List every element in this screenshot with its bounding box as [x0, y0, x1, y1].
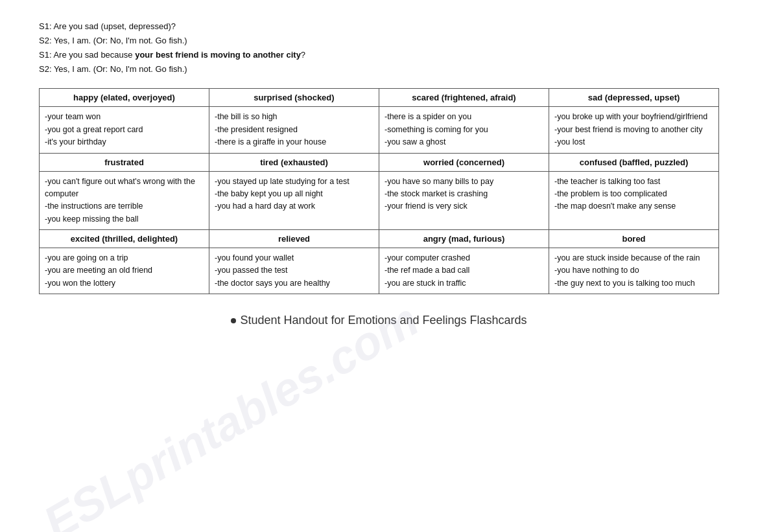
- footer-title-text: Student Handout for Emotions and Feeling…: [240, 314, 527, 327]
- footer-dot: [231, 318, 236, 323]
- cell-worried: -you have so many bills to pay -the stoc…: [379, 171, 549, 230]
- intro-line3-bold: your best friend is moving to another ci…: [135, 50, 301, 60]
- cell-happy: -your team won -you got a great report c…: [40, 107, 209, 153]
- header-tired: tired (exhausted): [209, 153, 379, 171]
- header-sad: sad (depressed, upset): [549, 89, 719, 107]
- data-row-3: -you are going on a trip -you are meetin…: [40, 248, 719, 294]
- header-row-3: excited (thrilled, delighted) relieved a…: [40, 230, 719, 248]
- cell-excited: -you are going on a trip -you are meetin…: [40, 248, 209, 294]
- cell-angry: -your computer crashed -the ref made a b…: [379, 248, 549, 294]
- header-scared: scared (frightened, afraid): [379, 89, 549, 107]
- intro-line3: S1: Are you sad because your best friend…: [39, 48, 719, 62]
- cell-relieved: -you found your wallet -you passed the t…: [209, 248, 379, 294]
- intro-line1: S1: Are you sad (upset, depressed)?: [39, 19, 719, 34]
- intro-line4: S2: Yes, I am. (Or: No, I'm not. Go fish…: [39, 62, 719, 76]
- cell-bored: -you are stuck inside because of the rai…: [549, 248, 719, 294]
- cell-surprised: -the bill is so high -the president resi…: [209, 107, 379, 153]
- header-excited: excited (thrilled, delighted): [40, 230, 209, 248]
- watermark: ESLprintables.com: [34, 292, 427, 532]
- data-row-2: -you can't figure out what's wrong with …: [40, 171, 719, 230]
- header-row-1: happy (elated, overjoyed) surprised (sho…: [40, 89, 719, 107]
- data-row-1: -your team won -you got a great report c…: [40, 107, 719, 153]
- cell-sad: -you broke up with your boyfriend/girlfr…: [549, 107, 719, 153]
- header-frustrated: frustrated: [40, 153, 209, 171]
- header-surprised: surprised (shocked): [209, 89, 379, 107]
- intro-section: S1: Are you sad (upset, depressed)? S2: …: [39, 19, 719, 76]
- header-relieved: relieved: [209, 230, 379, 248]
- cell-scared: -there is a spider on you -something is …: [379, 107, 549, 153]
- emotions-table: happy (elated, overjoyed) surprised (sho…: [39, 88, 719, 294]
- footer-title: Student Handout for Emotions and Feeling…: [39, 314, 719, 327]
- header-happy: happy (elated, overjoyed): [40, 89, 209, 107]
- header-row-2: frustrated tired (exhausted) worried (co…: [40, 153, 719, 171]
- intro-line3-suffix: ?: [301, 50, 305, 60]
- header-angry: angry (mad, furious): [379, 230, 549, 248]
- cell-confused: -the teacher is talking too fast -the pr…: [549, 171, 719, 230]
- header-confused: confused (baffled, puzzled): [549, 153, 719, 171]
- cell-frustrated: -you can't figure out what's wrong with …: [40, 171, 209, 230]
- cell-tired: -you stayed up late studying for a test …: [209, 171, 379, 230]
- header-bored: bored: [549, 230, 719, 248]
- intro-line3-prefix: S1: Are you sad because: [39, 50, 135, 60]
- intro-line2: S2: Yes, I am. (Or: No, I'm not. Go fish…: [39, 34, 719, 48]
- header-worried: worried (concerned): [379, 153, 549, 171]
